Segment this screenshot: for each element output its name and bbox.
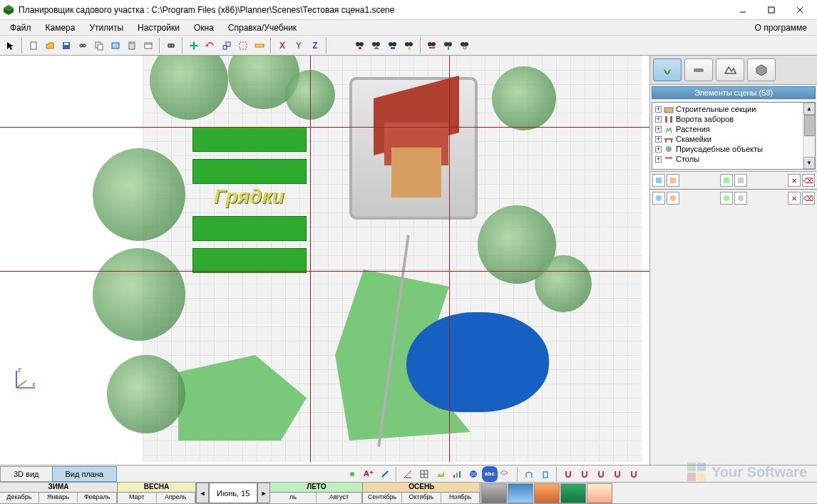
copy-icon[interactable] [91, 38, 107, 53]
timeline[interactable]: ЗИМА Декабрь Январь Февраль ВЕСНА Март А… [0, 483, 817, 504]
open-file-icon[interactable] [42, 38, 58, 53]
svg-point-40 [408, 47, 411, 50]
scene-tree[interactable]: +Строительные секции +Ворота заборов +Ра… [652, 102, 816, 170]
link-icon[interactable] [75, 38, 91, 53]
rotate-icon[interactable] [202, 38, 218, 53]
magnet-icon-3[interactable] [593, 466, 609, 482]
menu-about[interactable]: О программе [748, 21, 814, 35]
magnet-icon-4[interactable] [610, 466, 625, 482]
canvas[interactable]: Грядки [0, 56, 649, 465]
prop-icon-2[interactable] [667, 174, 679, 187]
abc-icon[interactable]: abc [482, 466, 498, 482]
svg-point-61 [666, 146, 672, 152]
axis-z-button[interactable]: Z [307, 38, 323, 53]
view-bar: 3D вид Вид плана A⁺ abc [0, 466, 817, 483]
grid-icon[interactable] [416, 466, 432, 482]
svg-point-11 [83, 44, 86, 47]
globe-icon[interactable] [466, 466, 481, 482]
prop-delete-icon[interactable]: ✕ [788, 174, 801, 187]
thumb-2[interactable] [508, 483, 533, 503]
select-box-icon[interactable] [235, 38, 251, 53]
menu-camera[interactable]: Камера [38, 21, 83, 35]
calc-icon[interactable] [124, 38, 140, 53]
magnet-icon-2[interactable] [577, 466, 592, 482]
house-object[interactable] [349, 77, 478, 220]
measure-icon[interactable] [252, 38, 267, 53]
save-icon[interactable] [58, 38, 74, 53]
camera-icon-6[interactable] [441, 38, 456, 53]
svg-text:x: x [32, 381, 36, 388]
gate-icon[interactable] [538, 466, 553, 482]
timeline-prev[interactable]: ◄ [196, 483, 209, 503]
svg-rect-31 [359, 47, 361, 49]
prop2-icon-2[interactable] [667, 192, 679, 205]
chart-icon[interactable] [449, 466, 465, 482]
svg-rect-17 [130, 43, 134, 44]
prop2-icon-3[interactable] [720, 192, 733, 205]
season-summer: ЛЕТО [270, 483, 362, 493]
thumb-4[interactable] [560, 483, 586, 503]
tab-plants[interactable] [653, 58, 682, 81]
prop2-icon-4[interactable] [734, 192, 747, 205]
svg-rect-63 [656, 178, 662, 183]
prop-clear-icon[interactable]: ⌫ [802, 174, 815, 187]
menu-help[interactable]: Справка/Учебник [221, 21, 304, 35]
prop2-icon-1[interactable] [652, 192, 665, 205]
move-icon[interactable] [186, 38, 202, 53]
axis-x-button[interactable]: X [274, 38, 290, 53]
window-icon[interactable] [140, 38, 156, 53]
tab-3d[interactable] [747, 58, 776, 81]
tab-shapes[interactable] [716, 58, 744, 81]
camera-icon-5[interactable] [424, 38, 440, 53]
cube-icon[interactable] [498, 466, 514, 482]
magnet-icon-5[interactable] [626, 466, 642, 482]
svg-point-47 [463, 46, 466, 49]
new-file-icon[interactable] [26, 38, 41, 53]
camera-icon-2[interactable] [369, 38, 384, 53]
thumb-1[interactable] [481, 483, 507, 503]
camera-icon-4[interactable] [401, 38, 417, 53]
pen-icon[interactable] [377, 466, 393, 482]
prop-icon-4[interactable] [734, 174, 747, 187]
text-icon[interactable]: A⁺ [361, 466, 376, 482]
prop-icon-3[interactable] [720, 174, 733, 187]
timeline-date[interactable]: Июнь, 15 [209, 483, 257, 503]
thumb-3[interactable] [534, 483, 560, 503]
svg-rect-59 [665, 140, 667, 143]
scale-icon[interactable] [219, 38, 235, 53]
binocular-icon[interactable] [163, 38, 179, 53]
menu-settings[interactable]: Настройки [130, 21, 187, 35]
panel-header: Элементы сцены (58) [652, 86, 816, 99]
svg-point-71 [350, 472, 354, 476]
camera-icon-7[interactable] [457, 38, 473, 53]
prop2-delete-icon[interactable]: ✕ [788, 192, 801, 205]
magnet-icon-1[interactable] [560, 466, 576, 482]
tab-tools[interactable] [684, 58, 713, 81]
close-button[interactable] [786, 1, 814, 19]
prop-icon-1[interactable] [652, 174, 665, 187]
menu-windows[interactable]: Окна [187, 21, 221, 35]
axis-icon[interactable] [400, 466, 416, 482]
menu-utilities[interactable]: Утилиты [82, 21, 130, 35]
timeline-next[interactable]: ► [257, 483, 270, 503]
svg-point-30 [359, 42, 364, 46]
pointer-icon[interactable] [3, 38, 19, 53]
fence-icon[interactable] [521, 466, 537, 482]
terrain-icon[interactable] [433, 466, 448, 482]
minimize-button[interactable] [729, 1, 757, 19]
camera-icon-3[interactable] [385, 38, 401, 53]
svg-rect-7 [31, 42, 36, 49]
view-3d-tab[interactable]: 3D вид [0, 466, 53, 482]
thumb-5[interactable] [587, 483, 612, 503]
view-plan-tab[interactable]: Вид плана [52, 466, 118, 482]
tree-scrollbar[interactable]: ▲▼ [803, 103, 815, 169]
svg-rect-79 [456, 473, 458, 478]
menu-file[interactable]: Файл [3, 21, 38, 35]
sun-icon[interactable] [344, 466, 360, 482]
axis-y-button[interactable]: Y [291, 38, 307, 53]
tree-item: +Приусадебные объекты [654, 144, 813, 154]
camera-icon-1[interactable] [352, 38, 368, 53]
prop2-clear-icon[interactable]: ⌫ [802, 192, 815, 205]
maximize-button[interactable] [757, 1, 786, 19]
image-icon[interactable] [108, 38, 123, 53]
